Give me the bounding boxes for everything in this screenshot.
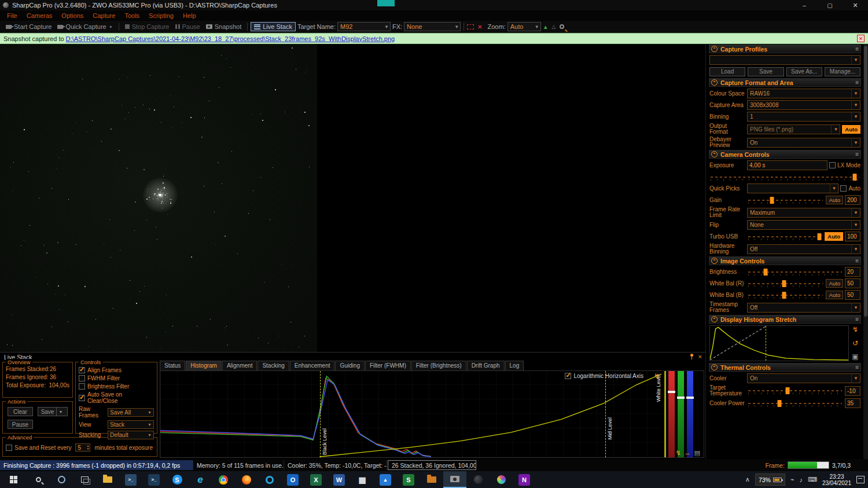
clear-button[interactable]: Clear	[8, 407, 33, 416]
tab-alignment[interactable]: Alignment	[222, 361, 257, 370]
brightness-slider[interactable]	[747, 268, 843, 276]
align-frames-checkbox[interactable]	[79, 367, 85, 373]
auto-stretch-arrow-icon[interactable]: ▲	[543, 24, 549, 30]
auto-stretch-icon[interactable]: ↯	[654, 372, 660, 380]
turbo-usb-auto-button[interactable]: Auto	[825, 232, 843, 241]
start-capture-button[interactable]: Start Capture	[3, 23, 54, 31]
log-axis-checkbox[interactable]	[565, 373, 571, 379]
battery-indicator[interactable]: 73%	[755, 474, 785, 486]
save-reset-minutes-spinner[interactable]: 5▲▼	[75, 443, 90, 452]
brightness-filter-checkbox[interactable]	[79, 383, 85, 390]
cooler-power-value[interactable]: 35	[845, 398, 860, 408]
tab-stacking[interactable]: Stacking	[258, 361, 289, 370]
white-balance-b-auto-button[interactable]: Auto	[826, 291, 843, 299]
pin-icon[interactable]	[689, 354, 694, 359]
view-select[interactable]: Stack▼	[108, 420, 154, 429]
maximize-button[interactable]: ▢	[817, 0, 843, 10]
snapshot-button[interactable]: Snapshot	[203, 23, 244, 31]
reset-levels-icon[interactable]: ▤	[694, 449, 700, 457]
output-format-auto-button[interactable]: Auto	[842, 125, 860, 134]
binning-select[interactable]: 1▼	[747, 112, 860, 122]
taskbar-file-explorer[interactable]	[96, 471, 119, 488]
menu-file[interactable]: File	[2, 12, 22, 20]
menu-cameras[interactable]: Cameras	[22, 12, 57, 20]
red-level-bar[interactable]	[668, 371, 675, 457]
target-temperature-slider[interactable]	[747, 387, 843, 395]
panel-close-icon[interactable]: ×	[698, 354, 702, 359]
taskbar-powershell[interactable]: >_	[119, 471, 142, 488]
start-button[interactable]	[0, 471, 27, 488]
flip-select[interactable]: None▼	[747, 220, 860, 230]
white-balance-b-slider[interactable]	[747, 291, 824, 299]
search-button[interactable]	[27, 471, 50, 488]
fwhm-filter-checkbox[interactable]	[79, 375, 85, 381]
snapshot-file-link[interactable]: D:\ASTRO\SharpCap Captures\2021-04-23\M9…	[66, 35, 395, 42]
taskbar-photos[interactable]: ▲	[374, 471, 397, 488]
image-viewport[interactable]	[0, 44, 705, 352]
white-level-slider[interactable]	[664, 371, 666, 457]
close-button[interactable]: ✕	[843, 0, 868, 10]
notification-close-icon[interactable]: ✕	[857, 35, 865, 42]
debayer-preview-select[interactable]: On▼	[747, 138, 860, 148]
cooler-select[interactable]: On▼	[747, 373, 860, 383]
volume-icon[interactable]: ♪	[800, 476, 803, 483]
auto-stretch-icon[interactable]: ↯	[852, 326, 858, 333]
tab-guiding[interactable]: Guiding	[335, 361, 364, 370]
reset-stretch-icon[interactable]: ↺	[852, 340, 858, 347]
display-stretch-histogram[interactable]	[709, 325, 849, 361]
clear-selection-icon[interactable]: ✕	[477, 24, 482, 30]
exposure-value[interactable]: 4,00 s	[747, 160, 827, 170]
taskbar-word[interactable]: W	[328, 471, 351, 488]
taskbar-sharpcap[interactable]	[443, 471, 466, 488]
collapse-icon[interactable]: ⌃	[711, 258, 718, 264]
tab-filter-fwhm[interactable]: Filter (FWHM)	[365, 361, 411, 370]
pause-button[interactable]: Pause	[172, 23, 203, 31]
stacking-select[interactable]: Default▼	[108, 431, 154, 439]
taskbar-phd2[interactable]	[466, 471, 490, 488]
black-level-line[interactable]	[320, 371, 321, 457]
white-balance-b-slider-handle[interactable]	[782, 292, 786, 299]
gain-slider[interactable]	[747, 196, 824, 204]
collapse-icon[interactable]: ⌃	[711, 364, 718, 370]
white-balance-r-auto-button[interactable]: Auto	[826, 279, 843, 288]
scrollbar-thumb[interactable]	[864, 46, 867, 317]
spinner-arrows-icon[interactable]: ▲▼	[86, 444, 89, 451]
auto-save-checkbox[interactable]	[79, 395, 85, 401]
camera-controls-header[interactable]: ⌃Camera Controls≡	[709, 150, 861, 159]
save-stretch-icon[interactable]: ▣	[852, 353, 858, 361]
minimize-button[interactable]: –	[792, 0, 817, 10]
gain-value[interactable]: 200	[845, 195, 860, 205]
menu-capture[interactable]: Capture	[88, 12, 120, 20]
save-options-icon[interactable]: ▼	[56, 408, 64, 416]
blue-level-bar[interactable]	[687, 371, 693, 457]
taskbar-media[interactable]	[490, 471, 513, 488]
target-name-select[interactable]: M92▼	[337, 22, 391, 31]
lx-mode-checkbox[interactable]	[829, 162, 836, 168]
capture-area-select[interactable]: 3008x3008▼	[747, 100, 860, 110]
stop-capture-button[interactable]: Stop Capture	[122, 23, 172, 31]
brightness-slider-handle[interactable]	[763, 269, 767, 276]
section-menu-icon[interactable]: ≡	[855, 46, 859, 52]
turbo-usb-slider[interactable]	[747, 233, 823, 241]
image-controls-header[interactable]: ⌃Image Controls≡	[709, 256, 861, 265]
save-reset-checkbox[interactable]	[6, 445, 12, 451]
display-stretch-header[interactable]: ⌃Display Histogram Stretch≡	[709, 315, 861, 324]
fx-select[interactable]: None▼	[404, 22, 461, 31]
collapse-icon[interactable]: ⌃	[711, 46, 718, 52]
tab-filter-brightness[interactable]: Filter (Brightness)	[411, 361, 466, 370]
section-menu-icon[interactable]: ≡	[855, 258, 859, 264]
cooler-power-slider[interactable]	[747, 399, 843, 408]
tab-histogram[interactable]: Histogram	[186, 361, 222, 370]
taskbar-edge[interactable]: e	[189, 471, 212, 488]
turbo-usb-value[interactable]: 100	[845, 232, 860, 241]
turbo-usb-slider-handle[interactable]	[817, 233, 821, 240]
exposure-slider[interactable]	[709, 173, 860, 181]
blue-level-handle[interactable]	[686, 397, 694, 399]
output-format-select[interactable]: PNG files (*.png)▼	[747, 124, 840, 134]
thermal-controls-header[interactable]: ⌃Thermal Controls≡	[709, 363, 861, 372]
taskbar-excel[interactable]: X	[304, 471, 328, 488]
section-menu-icon[interactable]: ≡	[855, 151, 859, 157]
tab-drift-graph[interactable]: Drift Graph	[467, 361, 505, 370]
profile-select[interactable]: ▼	[709, 55, 860, 65]
panel-scrollbar[interactable]	[863, 44, 868, 459]
